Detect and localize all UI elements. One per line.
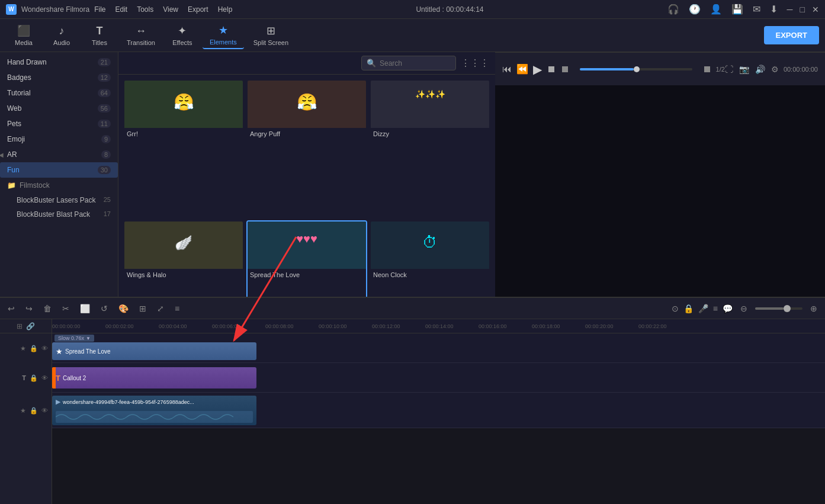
maximize-button[interactable]: □ [800, 5, 805, 14]
filmstock-group[interactable]: 📁 Filmstock [0, 178, 118, 193]
grid-view-icon[interactable]: ⋮⋮⋮ [461, 57, 489, 69]
media-label: Media [15, 39, 33, 46]
toolbar-audio[interactable]: ♪ Audio [44, 23, 79, 49]
track2-lock-icon[interactable]: 🔒 [30, 374, 38, 382]
cut-button[interactable]: ✂ [59, 302, 72, 315]
timeline-ruler: 00:00:00:00 00:00:02:00 00:00:04:00 00:0… [52, 319, 825, 333]
audio-mix-button[interactable]: ≡ [172, 302, 182, 315]
menu-tools[interactable]: Tools [137, 5, 153, 14]
progress-thumb[interactable] [634, 66, 640, 72]
grid-item-angry[interactable]: 😤 Angry Puff [246, 79, 367, 218]
minimize-button[interactable]: ─ [787, 5, 793, 14]
skip-back-button[interactable]: ⏮ [502, 64, 512, 75]
sidebar-item-lasers[interactable]: BlockBuster Lasers Pack 25 [0, 193, 118, 207]
preview-progress-bar[interactable] [580, 68, 692, 70]
save-icon[interactable]: 💾 [731, 4, 743, 15]
toolbar-effects[interactable]: ✦ Effects [165, 22, 200, 49]
titlebar-icons: 🎧 🕐 👤 💾 ✉ ⬇ [667, 4, 778, 15]
folder-icon: 📁 [7, 181, 16, 190]
grid-item-label-neon: Neon Clock [371, 269, 489, 281]
main-toolbar: ⬛ Media ♪ Audio T Titles ↔ Transition ✦ … [0, 19, 825, 52]
track1-clip[interactable]: ★ Spread The Love [52, 342, 256, 360]
ruler-tick-10: 00:00:20:00 [585, 323, 614, 329]
sidebar-item-blast[interactable]: BlockBuster Blast Pack 17 [0, 207, 118, 221]
ruler-tick-8: 00:00:16:00 [479, 323, 507, 329]
track3-visibility-icon[interactable]: 👁 [41, 407, 48, 414]
sidebar-item-emoji[interactable]: Emoji 9 [0, 131, 118, 147]
subtitle-icon[interactable]: 💬 [723, 304, 733, 313]
settings-icon[interactable]: ⚙ [771, 65, 779, 74]
snap-icon[interactable]: ⊙ [672, 304, 679, 313]
mail-icon[interactable]: ✉ [753, 4, 760, 15]
progress-start-handle[interactable] [562, 66, 568, 72]
track-icon[interactable]: ≡ [713, 304, 718, 313]
redo-button[interactable]: ↪ [23, 302, 36, 315]
play-button[interactable]: ▶ [533, 62, 542, 76]
sidebar-item-fun[interactable]: Fun 30 [0, 162, 118, 178]
sidebar-item-ar[interactable]: ◀ AR 8 [0, 147, 118, 162]
sidebar-item-tutorial[interactable]: Tutorial 64 [0, 85, 118, 101]
screenshot-icon[interactable]: 📷 [739, 65, 749, 74]
headset-icon[interactable]: 🎧 [667, 4, 679, 15]
zoom-slider-thumb[interactable] [784, 305, 791, 312]
lock-all-icon[interactable]: 🔗 [26, 322, 35, 330]
toolbar-splitscreen[interactable]: ⊞ Split Screen [246, 22, 296, 49]
track1-lock-icon[interactable]: 🔒 [30, 345, 38, 352]
speed-dropdown-icon[interactable]: ▼ [86, 336, 91, 341]
export-button[interactable]: EXPORT [764, 26, 819, 44]
sidebar-item-web[interactable]: Web 56 [0, 101, 118, 116]
track3-clip[interactable]: ▶ wondershare-49994fb7-feea-459b-954f-27… [52, 396, 256, 425]
delete-button[interactable]: 🗑 [40, 302, 54, 315]
sidebar-item-pets[interactable]: Pets 11 [0, 116, 118, 131]
playback-controls: ⏮ ⏪ ▶ ⏹ [502, 62, 556, 76]
grid-item-label-wings: Wings & Halo [124, 269, 243, 281]
toolbar-media[interactable]: ⬛ Media [6, 22, 41, 49]
magnet-icon[interactable]: 🔒 [683, 304, 694, 313]
ruler-tick-7: 00:00:14:00 [425, 323, 454, 329]
mic-icon[interactable]: 🎤 [698, 304, 708, 313]
zoom-in-button[interactable]: ⊕ [807, 302, 820, 315]
track1-visibility-icon[interactable]: 👁 [41, 345, 48, 352]
grid-item-grr[interactable]: 😤 Grr! [123, 79, 244, 218]
track2: T Callout 2 [52, 363, 825, 393]
toolbar-elements[interactable]: ★ Elements [203, 21, 244, 49]
search-box[interactable]: 🔍 [361, 56, 456, 70]
fullscreen-icon[interactable]: ⛶ [725, 65, 733, 74]
download-icon[interactable]: ⬇ [770, 4, 778, 15]
volume-icon[interactable]: 🔊 [755, 65, 765, 74]
elements-label: Elements [210, 38, 237, 46]
menu-view[interactable]: View [163, 5, 178, 14]
person-icon[interactable]: 👤 [710, 4, 722, 15]
color-button[interactable]: 🎨 [115, 302, 131, 315]
crop-button[interactable]: ⬜ [77, 302, 93, 315]
rotate-button[interactable]: ↺ [98, 302, 111, 315]
track2-visibility-icon[interactable]: 👁 [41, 374, 48, 381]
track2-clip[interactable]: T Callout 2 [52, 367, 256, 389]
audio-icon: ♪ [59, 25, 65, 37]
expand-button[interactable]: ⤢ [154, 302, 167, 315]
menu-file[interactable]: File [94, 5, 105, 14]
add-track-icon[interactable]: ⊞ [17, 322, 23, 330]
pip-button[interactable]: ⊞ [136, 302, 149, 315]
menu-export[interactable]: Export [188, 5, 208, 14]
titlebar-left: W Wondershare Filmora File Edit Tools Vi… [6, 4, 232, 15]
menu-help[interactable]: Help [218, 5, 233, 14]
step-back-button[interactable]: ⏪ [516, 63, 528, 75]
toolbar-transition[interactable]: ↔ Transition [120, 23, 162, 49]
undo-button[interactable]: ↩ [5, 302, 18, 315]
clock-icon[interactable]: 🕐 [689, 4, 701, 15]
toolbar-titles[interactable]: T Titles [82, 23, 117, 49]
progress-end-handle[interactable] [704, 66, 710, 72]
track3-lock-icon[interactable]: 🔒 [30, 407, 38, 415]
collapse-arrow-icon: ◀ [0, 152, 4, 158]
sidebar-item-handdrawn[interactable]: Hand Drawn 21 [0, 54, 118, 70]
menu-edit[interactable]: Edit [115, 5, 128, 14]
timeline-toolbar: ↩ ↪ 🗑 ✂ ⬜ ↺ 🎨 ⊞ ⤢ ≡ ⊙ 🔒 🎤 ≡ 💬 ⊖ ⊕ [0, 298, 825, 319]
zoom-out-button[interactable]: ⊖ [737, 302, 750, 315]
close-button[interactable]: ✕ [812, 5, 819, 14]
search-input[interactable] [380, 59, 451, 68]
sidebar-item-badges[interactable]: Badges 12 [0, 70, 118, 85]
grid-item-dizzy[interactable]: ✨✨✨ Dizzy [370, 79, 490, 218]
titlebar: W Wondershare Filmora File Edit Tools Vi… [0, 0, 825, 19]
stop-button[interactable]: ⏹ [547, 64, 556, 75]
